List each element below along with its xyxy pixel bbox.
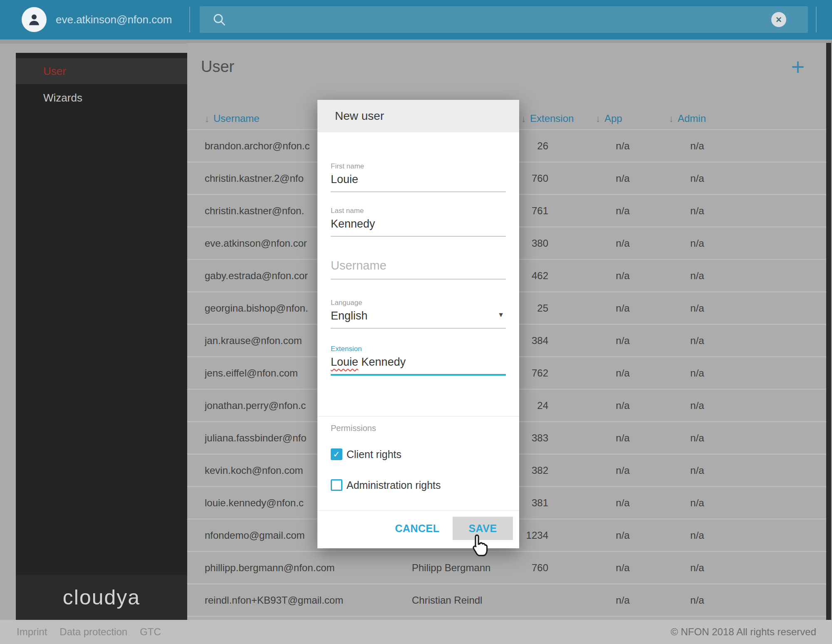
- table-row[interactable]: phillipp.bergmann@nfon.comPhilipp Bergma…: [187, 552, 826, 585]
- topbar-divider: [189, 7, 190, 32]
- focused-underline: [331, 374, 506, 376]
- sidebar-item-wizards[interactable]: Wizards: [16, 85, 187, 111]
- account-email[interactable]: eve.atkinson@nfon.com: [56, 0, 172, 40]
- cell-app: n/a: [602, 260, 644, 291]
- permissions-label: Permissions: [331, 424, 376, 433]
- divider: [317, 510, 519, 511]
- cell-app: n/a: [602, 422, 644, 453]
- cell-username: juliana.fassbinder@nfo: [205, 422, 307, 453]
- input-underline: [331, 236, 506, 237]
- imprint-link[interactable]: Imprint: [17, 626, 47, 638]
- input-underline: [331, 191, 506, 192]
- cell-username: brandon.archor@nfon.c: [205, 130, 310, 161]
- column-header-username[interactable]: ↓Username: [205, 109, 260, 128]
- cell-admin: n/a: [676, 422, 718, 453]
- cell-app: n/a: [602, 455, 644, 486]
- username-input[interactable]: Username: [331, 259, 386, 272]
- client-rights-checkbox[interactable]: ✓: [331, 448, 342, 460]
- cell-app: n/a: [602, 228, 644, 259]
- footer: Imprint Data protection GTC © NFON 2018 …: [0, 620, 832, 644]
- language-label: Language: [331, 299, 362, 307]
- cell-admin: n/a: [676, 325, 718, 356]
- cell-app: n/a: [602, 585, 644, 616]
- cell-username: christin.kastner.2@nfo: [205, 163, 304, 194]
- extension-input[interactable]: Louie Kennedy: [331, 356, 406, 369]
- sidebar-item-user[interactable]: User: [16, 58, 187, 84]
- cell-username: kevin.koch@nfon.com: [205, 455, 303, 486]
- cell-app: n/a: [602, 130, 644, 161]
- sort-down-icon: ↓: [669, 114, 674, 124]
- extension-rest: Kennedy: [358, 356, 406, 368]
- cell-admin: n/a: [676, 163, 718, 194]
- cell-admin: n/a: [676, 357, 718, 389]
- cell-admin: n/a: [676, 228, 718, 259]
- vertical-scrollbar[interactable]: [826, 43, 831, 620]
- cell-extension: [498, 585, 548, 616]
- cell-admin: n/a: [676, 260, 718, 291]
- cancel-button[interactable]: CANCEL: [394, 517, 440, 540]
- cell-app: n/a: [602, 292, 644, 324]
- cell-username: christin.kastner@nfon.: [205, 195, 304, 226]
- sort-down-icon: ↓: [596, 114, 600, 124]
- first-name-label: First name: [331, 162, 364, 171]
- dialog-title: New user: [317, 100, 519, 132]
- cell-app: n/a: [602, 357, 644, 389]
- column-header-app[interactable]: ↓App: [596, 109, 622, 128]
- cell-username: reindl.nfon+KB93T@gmail.com: [205, 585, 343, 616]
- cell-username: eve.atkinson@nfon.cor: [205, 228, 307, 259]
- clear-search-icon[interactable]: ✕: [771, 12, 786, 27]
- sort-down-icon: ↓: [521, 114, 526, 124]
- cell-admin: n/a: [676, 130, 718, 161]
- cell-username: jan.krause@nfon.com: [205, 325, 302, 356]
- cursor-icon: [469, 534, 492, 558]
- language-select[interactable]: English: [331, 310, 368, 322]
- data-protection-link[interactable]: Data protection: [59, 626, 127, 638]
- misspelled-word: Louie: [331, 356, 358, 368]
- last-name-label: Last name: [331, 207, 364, 215]
- page-title: User: [201, 58, 234, 76]
- cell-app: n/a: [602, 163, 644, 194]
- copyright-text: © NFON 2018 All rights reserved: [671, 620, 816, 644]
- cell-app: n/a: [602, 552, 644, 583]
- first-name-input[interactable]: Louie: [331, 173, 358, 186]
- administration-rights-checkbox[interactable]: [331, 479, 342, 491]
- client-rights-label: Client rights: [347, 448, 401, 461]
- cell-username: jonathan.perry@nfon.c: [205, 390, 306, 421]
- footer-links: Imprint Data protection GTC: [17, 620, 161, 644]
- cell-username: georgina.bishop@nfon.: [205, 292, 308, 324]
- cell-admin: n/a: [676, 585, 718, 616]
- add-user-button[interactable]: +: [785, 54, 810, 79]
- cell-app: n/a: [602, 487, 644, 518]
- cell-app: n/a: [602, 195, 644, 226]
- avatar[interactable]: [22, 7, 47, 32]
- input-underline: [331, 328, 506, 329]
- user-icon: [26, 12, 42, 27]
- table-row[interactable]: reindl.nfon+KB93T@gmail.comChristian Rei…: [187, 585, 826, 617]
- dialog-header: New user: [317, 100, 519, 132]
- new-user-dialog: New user First name Louie Last name Kenn…: [317, 100, 519, 548]
- cell-username: nfondemo@gmail.com: [205, 520, 305, 551]
- sort-down-icon: ↓: [205, 114, 209, 124]
- cell-admin: n/a: [676, 195, 718, 226]
- cell-admin: n/a: [676, 520, 718, 551]
- cell-name: Christian Reindl: [412, 585, 482, 616]
- cell-admin: n/a: [676, 390, 718, 421]
- search-input[interactable]: ✕: [200, 6, 808, 33]
- sidebar: User Wizards cloudya: [16, 53, 187, 620]
- chevron-down-icon[interactable]: ▼: [498, 311, 504, 319]
- cell-username: jens.eiffel@nfon.com: [205, 357, 298, 389]
- cell-app: n/a: [602, 390, 644, 421]
- last-name-input[interactable]: Kennedy: [331, 218, 375, 230]
- logo-block: cloudya: [16, 575, 187, 620]
- input-underline: [331, 279, 506, 280]
- cell-admin: n/a: [676, 552, 718, 583]
- topbar-divider: [816, 7, 817, 32]
- search-icon: [211, 12, 227, 27]
- column-header-admin[interactable]: ↓Admin: [669, 109, 706, 128]
- column-header-extension[interactable]: ↓Extension: [521, 109, 574, 128]
- cell-extension: 760: [498, 552, 548, 583]
- cell-app: n/a: [602, 325, 644, 356]
- cell-username: louie.kennedy@nfon.c: [205, 487, 304, 518]
- gtc-link[interactable]: GTC: [140, 626, 161, 638]
- cell-admin: n/a: [676, 292, 718, 324]
